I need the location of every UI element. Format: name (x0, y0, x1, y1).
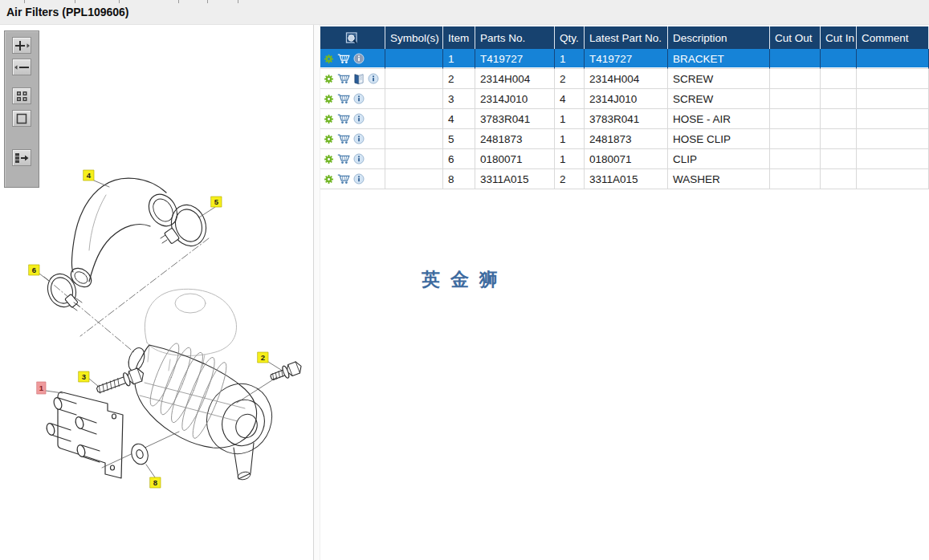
table-row[interactable]: 43783R04113783R041HOSE - AIR (320, 109, 929, 129)
cell-description[interactable]: BRACKET (668, 49, 770, 69)
cell-item[interactable]: 4 (443, 109, 475, 129)
gear-icon[interactable] (324, 174, 334, 185)
cell-comment[interactable] (857, 169, 929, 189)
header-cut-out[interactable]: Cut Out (770, 26, 821, 49)
table-row[interactable]: 22314H00422314H004SCREW (320, 69, 929, 89)
callout-8[interactable]: 8 (150, 477, 161, 488)
cart-icon[interactable] (337, 173, 350, 185)
cell-qty[interactable]: 4 (555, 89, 585, 109)
cell-latest-part-no[interactable]: 2314J010 (585, 89, 668, 109)
gear-icon[interactable] (324, 74, 334, 84)
header-actions[interactable] (320, 26, 385, 49)
header-comment[interactable]: Comment (857, 26, 929, 49)
cell-parts-no[interactable]: 0180071 (475, 149, 555, 169)
header-latest-part-no[interactable]: Latest Part No. (585, 26, 668, 49)
info-icon[interactable] (353, 153, 365, 164)
table-row[interactable]: 83311A01523311A015WASHER (320, 169, 929, 189)
cell-cut-in[interactable] (821, 109, 857, 129)
cell-latest-part-no[interactable]: 2481873 (585, 129, 668, 149)
callout-5[interactable]: 5 (211, 197, 222, 207)
callout-2[interactable]: 2 (258, 352, 268, 363)
header-cut-in[interactable]: Cut In (821, 26, 857, 49)
cell-qty[interactable]: 2 (555, 169, 585, 189)
cell-cut-out[interactable] (770, 169, 821, 189)
cell-item[interactable]: 3 (443, 89, 475, 109)
cell-latest-part-no[interactable]: T419727 (585, 49, 668, 69)
cell-description[interactable]: HOSE CLIP (668, 129, 770, 149)
table-row[interactable]: 6018007110180071CLIP (320, 149, 929, 169)
callout-1-selected[interactable]: 1 (37, 382, 46, 394)
info-icon[interactable] (353, 173, 365, 185)
cell-description[interactable]: SCREW (668, 69, 770, 89)
cart-icon[interactable] (337, 93, 350, 104)
cell-comment[interactable] (857, 149, 929, 169)
cell-parts-no[interactable]: 2314H004 (475, 69, 555, 89)
cell-cut-out[interactable] (770, 69, 821, 89)
book-icon[interactable] (353, 73, 365, 85)
cell-qty[interactable]: 1 (555, 109, 585, 129)
cell-cut-in[interactable] (821, 89, 857, 109)
gear-icon[interactable] (324, 134, 334, 144)
cell-symbols[interactable] (385, 109, 443, 129)
cell-parts-no[interactable]: 2314J010 (475, 89, 555, 109)
cell-description[interactable]: CLIP (668, 149, 770, 169)
cell-qty[interactable]: 1 (555, 149, 585, 169)
cell-item[interactable]: 5 (443, 129, 475, 149)
cell-qty[interactable]: 1 (555, 129, 585, 149)
cell-cut-in[interactable] (821, 69, 857, 89)
gear-icon[interactable] (324, 114, 334, 124)
cart-icon[interactable] (337, 113, 350, 124)
cell-qty[interactable]: 1 (555, 49, 585, 69)
cell-symbols[interactable] (385, 49, 443, 69)
cell-comment[interactable] (857, 109, 929, 129)
info-icon[interactable] (353, 133, 365, 144)
cell-item[interactable]: 8 (443, 169, 475, 189)
cell-comment[interactable] (857, 89, 929, 109)
cell-symbols[interactable] (385, 129, 443, 149)
info-icon[interactable] (353, 53, 365, 64)
header-symbols[interactable]: Symbol(s) (385, 26, 443, 49)
cell-latest-part-no[interactable]: 2314H004 (585, 69, 668, 89)
cell-cut-out[interactable] (770, 89, 821, 109)
cell-parts-no[interactable]: 2481873 (475, 129, 555, 149)
info-icon[interactable] (368, 73, 379, 84)
cart-icon[interactable] (337, 73, 350, 84)
callout-3[interactable]: 3 (79, 371, 89, 382)
cell-cut-out[interactable] (770, 109, 821, 129)
cell-description[interactable]: SCREW (668, 89, 770, 109)
table-row[interactable]: 1T4197271T419727BRACKET (320, 49, 929, 69)
cell-comment[interactable] (857, 49, 929, 69)
cell-cut-out[interactable] (770, 149, 821, 169)
cell-qty[interactable]: 2 (555, 69, 585, 89)
gear-icon[interactable] (324, 154, 334, 164)
cart-icon[interactable] (337, 153, 350, 164)
header-qty[interactable]: Qty. (555, 26, 585, 49)
cell-latest-part-no[interactable]: 3783R041 (585, 109, 668, 129)
info-icon[interactable] (353, 93, 365, 104)
cell-latest-part-no[interactable]: 0180071 (585, 149, 668, 169)
table-row[interactable]: 5248187312481873HOSE CLIP (320, 129, 929, 149)
cell-comment[interactable] (857, 69, 929, 89)
cart-icon[interactable] (337, 133, 350, 144)
callout-4[interactable]: 4 (84, 170, 94, 181)
gear-icon[interactable] (324, 54, 334, 64)
cell-cut-in[interactable] (821, 149, 857, 169)
cart-icon[interactable] (337, 53, 350, 64)
cell-cut-in[interactable] (821, 129, 857, 149)
cell-item[interactable]: 6 (443, 149, 475, 169)
header-description[interactable]: Description (668, 26, 770, 49)
table-row[interactable]: 32314J01042314J010SCREW (320, 89, 929, 109)
cell-symbols[interactable] (385, 89, 443, 109)
gear-icon[interactable] (324, 94, 334, 104)
cell-latest-part-no[interactable]: 3311A015 (585, 169, 668, 189)
cell-cut-in[interactable] (821, 49, 857, 69)
cell-item[interactable]: 2 (443, 69, 475, 89)
cell-parts-no[interactable]: T419727 (475, 49, 555, 69)
header-item[interactable]: Item (443, 26, 475, 49)
cell-description[interactable]: WASHER (668, 169, 770, 189)
cell-parts-no[interactable]: 3783R041 (475, 109, 555, 129)
callout-6[interactable]: 6 (29, 265, 39, 275)
cell-item[interactable]: 1 (443, 49, 475, 69)
header-parts-no[interactable]: Parts No. (475, 26, 555, 49)
cell-comment[interactable] (857, 129, 929, 149)
